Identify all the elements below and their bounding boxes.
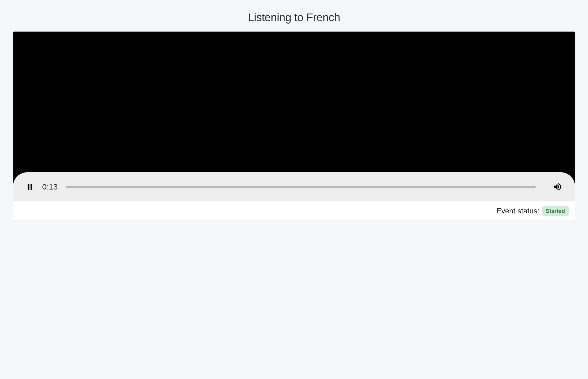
svg-rect-0 (28, 184, 29, 190)
video-canvas: 0:13 (13, 32, 575, 201)
current-time-label: 0:13 (42, 182, 58, 191)
volume-icon (553, 182, 562, 192)
pause-icon (27, 183, 33, 191)
media-card: 0:13 Event status: Started (13, 31, 575, 221)
status-badge: Started (542, 206, 569, 216)
player-controls: 0:13 (13, 172, 575, 201)
pause-button[interactable] (25, 182, 35, 192)
svg-rect-1 (31, 184, 32, 190)
status-label: Event status: (496, 207, 539, 215)
progress-slider[interactable] (66, 186, 536, 188)
volume-button[interactable] (552, 182, 563, 192)
page-title: Listening to French (0, 0, 588, 31)
status-row: Event status: Started (13, 201, 575, 221)
